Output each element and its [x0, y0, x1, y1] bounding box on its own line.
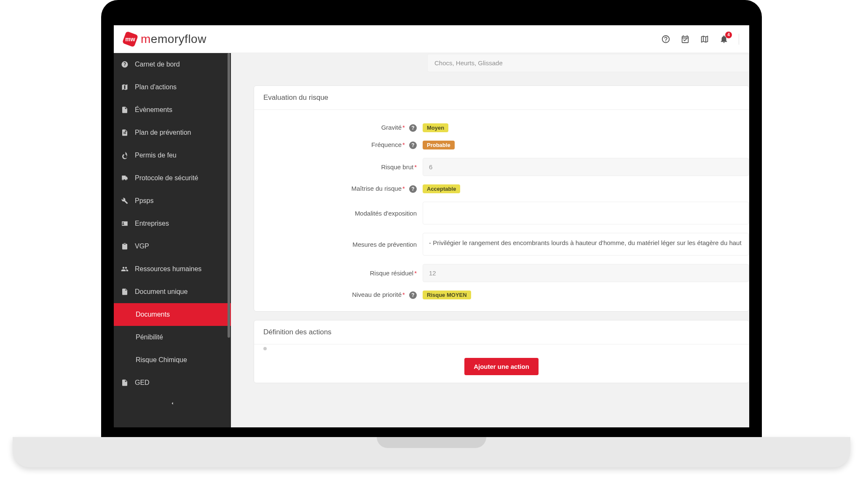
tag-gravite: Moyen	[423, 123, 448, 132]
help-icon[interactable]: ?	[409, 124, 417, 132]
notification-badge: 4	[725, 32, 732, 38]
sidebar-item-vgp[interactable]: VGP	[114, 235, 231, 258]
label-risque-brut: Risque brut*	[254, 163, 423, 171]
dashboard-icon	[121, 60, 129, 69]
value-mesures: - Privilégier le rangement des encombran…	[423, 233, 749, 256]
map-icon[interactable]	[700, 35, 709, 44]
users-icon	[121, 265, 129, 273]
label-maitrise: Maîtrise du risque* ?	[254, 185, 423, 193]
main-content: Chocs, Heurts, Glissade Evaluation du ri…	[231, 53, 749, 427]
help-icon[interactable]: ?	[409, 141, 417, 149]
file-list-icon	[121, 128, 129, 137]
logo-prefix: m	[141, 32, 151, 45]
value-risque-brut: 6	[423, 158, 749, 176]
value-priorite: Risque MOYEN	[423, 291, 749, 299]
file-icon	[121, 106, 129, 114]
sidebar-scrollbar[interactable]	[228, 53, 230, 338]
sidebar-item-protocole[interactable]: Protocole de sécurité	[114, 167, 231, 189]
laptop-notch	[377, 437, 486, 448]
value-frequence: Probable	[423, 141, 749, 149]
sidebar-item-evenements[interactable]: Évènements	[114, 99, 231, 121]
textarea-exposition[interactable]	[423, 202, 749, 224]
required-icon: *	[414, 163, 417, 171]
page: memoryflow 4	[0, 0, 863, 504]
tag-frequence: Probable	[423, 141, 455, 149]
required-icon: *	[402, 141, 405, 148]
card-title: Définition des actions	[254, 320, 749, 344]
risk-type-value: Chocs, Heurts, Glissade	[427, 54, 749, 72]
input-risque-brut[interactable]: 6	[423, 158, 749, 176]
calendar-icon[interactable]	[681, 35, 690, 44]
id-card-icon	[121, 219, 129, 228]
sidebar-item-plan-prevention[interactable]: Plan de prévention	[114, 121, 231, 144]
sidebar-label: Plan d'actions	[135, 83, 177, 91]
sidebar-item-rh[interactable]: Ressources humaines	[114, 258, 231, 280]
value-maitrise: Acceptable	[423, 184, 749, 193]
sidebar-label: Permis de feu	[135, 152, 177, 159]
sidebar-item-plan-actions[interactable]: Plan d'actions	[114, 76, 231, 99]
sidebar-item-documents[interactable]: Documents	[114, 303, 231, 326]
row-maitrise: Maîtrise du risque* ? Acceptable	[254, 182, 749, 196]
add-action-button[interactable]: Ajouter une action	[464, 358, 539, 375]
label-gravite: Gravité* ?	[254, 124, 423, 132]
truck-icon	[121, 174, 129, 182]
sidebar-item-risque-chimique[interactable]: Risque Chimique	[114, 349, 231, 371]
value-gravite: Moyen	[423, 123, 749, 132]
sidebar-item-ged[interactable]: GED	[114, 371, 231, 394]
sidebar-label: Carnet de bord	[135, 61, 180, 68]
sidebar-item-permis-feu[interactable]: Permis de feu	[114, 144, 231, 167]
input-residuel[interactable]: 12	[423, 264, 749, 282]
card-body: Gravité* ? Moyen Fréquence* ?	[254, 110, 749, 311]
clipboard-icon	[121, 242, 129, 251]
row-frequence: Fréquence* ? Probable	[254, 138, 749, 152]
sidebar-item-penibilite[interactable]: Pénibilité	[114, 326, 231, 349]
label-priorite: Niveau de priorité* ?	[254, 291, 423, 299]
textarea-mesures[interactable]: - Privilégier le rangement des encombran…	[423, 233, 749, 256]
label-frequence: Fréquence* ?	[254, 141, 423, 149]
sidebar-label: Ressources humaines	[135, 265, 201, 273]
sidebar-collapse-button[interactable]	[114, 394, 231, 413]
bell-icon[interactable]: 4	[719, 35, 729, 44]
tag-maitrise: Acceptable	[423, 184, 460, 193]
fire-icon	[121, 151, 129, 160]
sidebar-label: Évènements	[135, 106, 172, 114]
wrench-icon	[121, 197, 129, 205]
app-screen: memoryflow 4	[114, 25, 749, 427]
sidebar-item-ppsps[interactable]: Ppsps	[114, 189, 231, 212]
logo-text: memoryflow	[141, 32, 206, 46]
app-header: memoryflow 4	[114, 25, 749, 53]
sidebar-item-entreprises[interactable]: Entreprises	[114, 212, 231, 235]
row-gravite: Gravité* ? Moyen	[254, 121, 749, 135]
row-priorite: Niveau de priorité* ? Risque MOYEN	[254, 288, 749, 302]
value-residuel: 12	[423, 264, 749, 282]
header-separator	[739, 34, 739, 45]
sidebar-label: VGP	[135, 243, 149, 250]
value-exposition	[423, 202, 749, 224]
sidebar: Carnet de bord Plan d'actions Évènements…	[114, 53, 231, 427]
map-icon	[121, 83, 129, 91]
help-icon[interactable]	[661, 35, 670, 44]
required-icon: *	[402, 185, 405, 192]
sidebar-item-document-unique[interactable]: Document unique	[114, 280, 231, 303]
header-actions: 4	[661, 34, 739, 45]
laptop-frame: memoryflow 4	[101, 0, 762, 446]
sidebar-label: GED	[135, 379, 150, 387]
logo[interactable]: memoryflow	[124, 32, 206, 46]
sidebar-item-carnet[interactable]: Carnet de bord	[114, 53, 231, 76]
logo-rest: emoryflow	[151, 32, 206, 45]
row-mesures: Mesures de prévention - Privilégier le r…	[254, 230, 749, 258]
sidebar-label: Document unique	[135, 288, 188, 296]
sidebar-label: Ppsps	[135, 197, 153, 205]
sidebar-label: Plan de prévention	[135, 129, 191, 136]
row-residuel: Risque résiduel* 12	[254, 261, 749, 285]
sidebar-label: Risque Chimique	[136, 356, 187, 364]
label-mesures: Mesures de prévention	[254, 241, 423, 248]
logo-mark-icon	[122, 31, 138, 47]
help-icon[interactable]: ?	[409, 291, 417, 299]
row-risque-brut: Risque brut* 6	[254, 155, 749, 179]
row-exposition: Modalités d'exposition	[254, 199, 749, 227]
sidebar-label: Entreprises	[135, 220, 169, 227]
label-exposition: Modalités d'exposition	[254, 210, 423, 217]
help-icon[interactable]: ?	[409, 185, 417, 193]
document-icon	[121, 288, 129, 296]
